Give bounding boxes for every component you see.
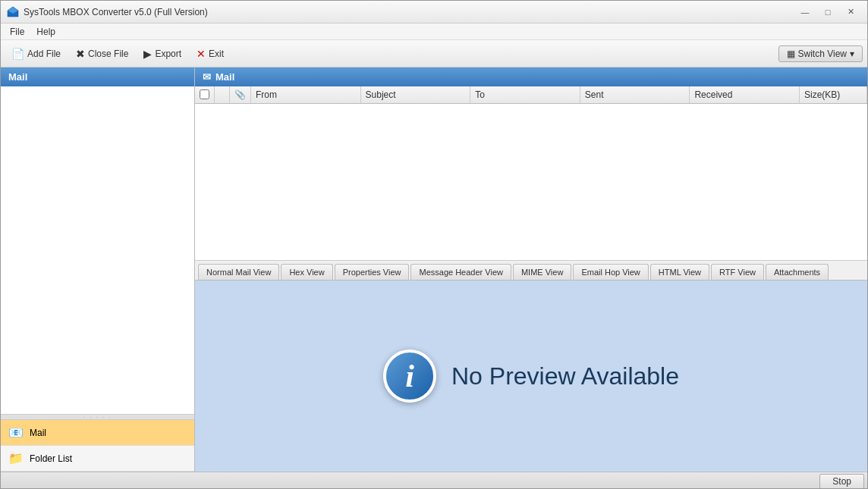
add-file-icon: 📄 bbox=[11, 48, 24, 60]
checkbox-header bbox=[200, 89, 209, 99]
tab-attachments[interactable]: Attachments bbox=[766, 264, 829, 280]
tab-html-view[interactable]: HTML View bbox=[650, 264, 709, 280]
mail-header-icon: ✉ bbox=[203, 71, 211, 83]
switch-view-arrow: ▾ bbox=[850, 49, 854, 59]
app-icon bbox=[7, 6, 19, 18]
nav-folder-label: Folder List bbox=[30, 453, 72, 464]
mail-table: 📎 From Subject To Sent Received Size(KB) bbox=[195, 86, 867, 104]
maximize-button[interactable]: □ bbox=[817, 5, 838, 20]
minimize-button[interactable]: — bbox=[794, 5, 816, 20]
table-header-row: 📎 From Subject To Sent Received Size(KB) bbox=[195, 86, 867, 103]
add-file-label: Add File bbox=[27, 49, 61, 59]
exit-icon: ✕ bbox=[197, 48, 206, 60]
col-received[interactable]: Received bbox=[690, 86, 800, 103]
right-panel: ✉ Mail 📎 From Subject bbox=[195, 67, 867, 472]
left-panel-nav: 📧 Mail 📁 Folder List bbox=[1, 420, 194, 472]
title-bar: SysTools MBOX Converter v5.0 (Full Versi… bbox=[1, 1, 867, 24]
close-file-button[interactable]: ✖ Close File bbox=[70, 45, 134, 62]
preview-text: No Preview Available bbox=[451, 362, 679, 390]
mail-panel-header: ✉ Mail bbox=[195, 67, 867, 86]
left-panel: Mail · · · · · 📧 Mail 📁 Folder List bbox=[1, 67, 195, 472]
col-attach[interactable]: 📎 bbox=[230, 86, 251, 103]
col-size[interactable]: Size(KB) bbox=[799, 86, 866, 103]
left-panel-header: Mail bbox=[1, 67, 194, 86]
folder-nav-icon: 📁 bbox=[8, 451, 24, 465]
tab-properties-view[interactable]: Properties View bbox=[335, 264, 410, 280]
export-icon: ▶ bbox=[143, 48, 152, 60]
add-file-button[interactable]: 📄 Add File bbox=[5, 45, 67, 62]
status-bar: Stop bbox=[1, 472, 867, 489]
menu-bar: File Help bbox=[1, 24, 867, 40]
app-title: SysTools MBOX Converter v5.0 (Full Versi… bbox=[24, 7, 208, 17]
preview-area: i No Preview Available bbox=[195, 281, 867, 472]
nav-mail-label: Mail bbox=[30, 428, 46, 438]
title-bar-left: SysTools MBOX Converter v5.0 (Full Versi… bbox=[7, 6, 208, 18]
tab-message-header-view[interactable]: Message Header View bbox=[410, 264, 511, 280]
tab-mime-view[interactable]: MIME View bbox=[513, 264, 571, 280]
preview-info-icon: i bbox=[383, 350, 436, 403]
mail-nav-icon: 📧 bbox=[8, 425, 24, 440]
tabs-bar: Normal Mail View Hex View Properties Vie… bbox=[195, 261, 867, 281]
close-file-label: Close File bbox=[88, 49, 128, 59]
mail-header-title: Mail bbox=[215, 71, 234, 83]
mail-table-container: 📎 From Subject To Sent Received Size(KB) bbox=[195, 86, 867, 261]
col-flag[interactable] bbox=[215, 86, 230, 103]
folder-tree bbox=[1, 86, 194, 414]
toolbar: 📄 Add File ✖ Close File ▶ Export ✕ Exit … bbox=[1, 40, 867, 67]
switch-view-button[interactable]: ▦ Switch View ▾ bbox=[778, 45, 863, 62]
stop-button[interactable]: Stop bbox=[819, 474, 864, 489]
main-layout: Mail · · · · · 📧 Mail 📁 Folder List ✉ Ma… bbox=[1, 67, 867, 472]
switch-view-icon: ▦ bbox=[787, 49, 795, 59]
menu-file[interactable]: File bbox=[4, 25, 30, 39]
col-sent[interactable]: Sent bbox=[580, 86, 690, 103]
col-checkbox bbox=[195, 86, 215, 103]
col-from[interactable]: From bbox=[251, 86, 361, 103]
menu-help[interactable]: Help bbox=[30, 25, 61, 39]
col-subject[interactable]: Subject bbox=[360, 86, 470, 103]
exit-button[interactable]: ✕ Exit bbox=[190, 45, 230, 62]
nav-folder-list[interactable]: 📁 Folder List bbox=[1, 446, 194, 472]
tab-rtf-view[interactable]: RTF View bbox=[711, 264, 764, 280]
panel-divider[interactable]: · · · · · bbox=[1, 414, 194, 420]
export-button[interactable]: ▶ Export bbox=[137, 45, 187, 62]
col-to[interactable]: To bbox=[470, 86, 580, 103]
tab-email-hop-view[interactable]: Email Hop View bbox=[573, 264, 648, 280]
left-panel-title: Mail bbox=[8, 71, 27, 83]
close-file-icon: ✖ bbox=[76, 48, 85, 60]
exit-label: Exit bbox=[209, 49, 224, 59]
tab-normal-mail-view[interactable]: Normal Mail View bbox=[198, 264, 279, 280]
tab-hex-view[interactable]: Hex View bbox=[281, 264, 332, 280]
nav-mail[interactable]: 📧 Mail bbox=[1, 420, 194, 446]
switch-view-label: Switch View bbox=[798, 49, 847, 59]
select-all-checkbox[interactable] bbox=[200, 89, 209, 99]
title-bar-controls: — □ ✕ bbox=[794, 5, 861, 20]
close-button[interactable]: ✕ bbox=[840, 5, 861, 20]
export-label: Export bbox=[155, 49, 181, 59]
